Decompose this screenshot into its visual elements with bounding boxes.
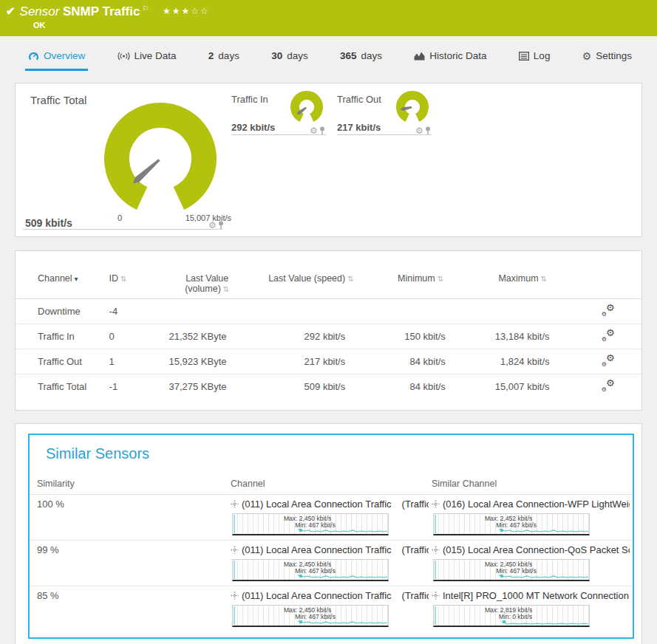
sort-icon: ⇅ <box>347 275 353 283</box>
gauge-total-underline <box>23 215 222 230</box>
live-data-icon <box>118 52 130 61</box>
sort-down-icon: ▾ <box>75 275 78 283</box>
edit-channel-gears-icon[interactable]: ⚙⚙ <box>602 304 615 316</box>
tab-bar: Overview Live Data 2days 30days 365days … <box>0 43 657 78</box>
similar-row: 100 % (011) Local Area Connection Traffi… <box>30 495 633 541</box>
sparkline: Max: 2,819 kbit/s Min: 0 kbit/s <box>433 605 590 627</box>
tab-2-days[interactable]: 2days <box>205 43 242 71</box>
tab-30-days[interactable]: 30days <box>268 43 311 71</box>
channel-name: Downtime <box>16 299 103 324</box>
tab-overview[interactable]: Overview <box>25 43 88 71</box>
table-row: Traffic Total -1 37,275 KByte 509 kbit/s… <box>16 374 641 400</box>
sparkline-trace <box>233 526 388 535</box>
move-icon[interactable] <box>432 592 440 600</box>
sparkline: Max: 2,450 kbit/s Min: 467 kbit/s <box>232 605 389 627</box>
sparkline: Max: 2,452 kbit/s Min: 467 kbit/s <box>433 513 590 535</box>
sort-icon: ⇅ <box>438 275 443 283</box>
channel-link[interactable]: (016) Local Area Connection-WFP LightWei… <box>443 499 630 510</box>
similar-row: 99 % (011) Local Area Connection Traffic… <box>30 541 633 586</box>
similarity-value: 85 % <box>30 586 231 632</box>
settings-gear-icon: ⚙ <box>582 50 592 62</box>
object-kind-label: Sensor <box>20 4 60 18</box>
sparkline-trace <box>434 526 589 535</box>
channel-link[interactable]: (015) Local Area Connection-QoS Packet S… <box>443 544 630 555</box>
table-row: Traffic Out 1 15,923 KByte 217 kbit/s 84… <box>16 349 641 374</box>
col-header-similar-channel: Similar Channel <box>432 474 633 495</box>
sparkline-trace <box>233 617 388 626</box>
col-header-last-value-speed[interactable]: Last Value (speed)⇅ <box>251 269 370 299</box>
traffic-total-gauge <box>104 103 217 215</box>
similar-sensors-title: Similar Sensors <box>30 445 633 462</box>
tab-historic-data[interactable]: Historic Data <box>411 43 489 71</box>
similarity-value: 99 % <box>30 541 231 586</box>
sparkline: Max: 2,450 kbit/s Min: 467 kbit/s <box>232 559 389 581</box>
gauges-panel: Traffic Total 0 15,007 kbit/s 509 kbit/s… <box>15 83 642 237</box>
channel-link[interactable]: (011) Local Area Connection Traffic <box>242 590 392 601</box>
edit-channel-gears-icon[interactable]: ⚙⚙ <box>602 329 615 341</box>
move-icon[interactable] <box>432 500 440 508</box>
move-icon[interactable] <box>231 546 239 554</box>
similar-sensors-panel: Similar Sensors Similarity Channel Simil… <box>15 423 642 644</box>
col-header-last-value-volume[interactable]: Last Value (volume)⇅ <box>163 269 252 299</box>
historic-chart-icon <box>414 51 425 61</box>
flag-icon[interactable]: ⚐ <box>142 4 149 13</box>
sensor-status-text: OK <box>33 21 46 30</box>
table-row: Downtime -4 ⚙⚙ <box>16 299 641 324</box>
col-header-maximum[interactable]: Maximum⇅ <box>471 269 575 299</box>
col-header-channel[interactable]: Channel▾ <box>16 269 103 299</box>
col-header-id[interactable]: ID⇅ <box>103 269 163 299</box>
sort-icon: ⇅ <box>120 275 126 283</box>
similarity-value: 100 % <box>30 495 231 541</box>
gauge-out-title: Traffic Out <box>337 94 381 105</box>
sort-icon: ⇅ <box>541 275 547 283</box>
table-row: Traffic In 0 21,352 KByte 292 kbit/s 150… <box>16 324 641 349</box>
channel-name: Traffic Out <box>16 349 103 374</box>
tab-365-days[interactable]: 365days <box>337 43 385 71</box>
channel-link[interactable]: Intel[R] PRO_1000 MT Network Connection <box>443 590 629 601</box>
tab-log[interactable]: Log <box>516 43 554 71</box>
move-icon[interactable] <box>231 592 239 600</box>
move-icon[interactable] <box>432 546 440 554</box>
move-icon[interactable] <box>231 500 239 508</box>
priority-stars[interactable]: ★★★☆☆ <box>163 6 210 16</box>
sparkline-trace <box>233 572 388 580</box>
tab-live-data[interactable]: Live Data <box>115 43 180 71</box>
col-header-channel: Channel <box>231 474 432 495</box>
edit-channel-gears-icon[interactable]: ⚙⚙ <box>602 380 615 391</box>
sparkline-trace <box>434 572 589 580</box>
col-header-similarity: Similarity <box>30 474 231 495</box>
channels-panel: Channel▾ ID⇅ Last Value (volume)⇅ Last V… <box>15 250 642 411</box>
sparkline: Max: 2,450 kbit/s Min: 467 kbit/s <box>232 513 389 535</box>
similar-row: 85 % (011) Local Area Connection Traffic… <box>30 586 633 632</box>
sensor-title: SNMP Traffic <box>63 4 140 18</box>
channel-link[interactable]: (011) Local Area Connection Traffic <box>242 544 392 555</box>
sparkline: Max: 2,450 kbit/s Min: 467 kbit/s <box>433 559 590 581</box>
channel-link[interactable]: (011) Local Area Connection Traffic <box>242 499 392 510</box>
channel-name: Traffic In <box>16 324 103 349</box>
tab-settings[interactable]: ⚙ Settings <box>579 43 635 71</box>
gauge-needle <box>131 157 161 185</box>
log-icon <box>519 52 529 61</box>
edit-channel-gears-icon[interactable]: ⚙⚙ <box>602 354 615 366</box>
col-header-minimum[interactable]: Minimum⇅ <box>370 269 471 299</box>
similar-sensors-box: Similar Sensors Similarity Channel Simil… <box>28 434 634 639</box>
channels-table: Channel▾ ID⇅ Last Value (volume)⇅ Last V… <box>16 269 641 399</box>
sparkline-trace <box>434 617 589 626</box>
gauge-in-title: Traffic In <box>231 94 268 105</box>
sort-icon: ⇅ <box>223 285 229 293</box>
similar-sensors-table: Similarity Channel Similar Channel 100 %… <box>30 474 633 631</box>
sensor-status-bar: ✔Sensor SNMP Traffic⚐ ★★★☆☆ OK <box>0 0 657 36</box>
gauge-icon <box>28 51 39 61</box>
ok-check-icon: ✔ <box>6 4 16 17</box>
gauge-total-title: Traffic Total <box>30 94 86 106</box>
channel-name: Traffic Total <box>16 374 103 400</box>
